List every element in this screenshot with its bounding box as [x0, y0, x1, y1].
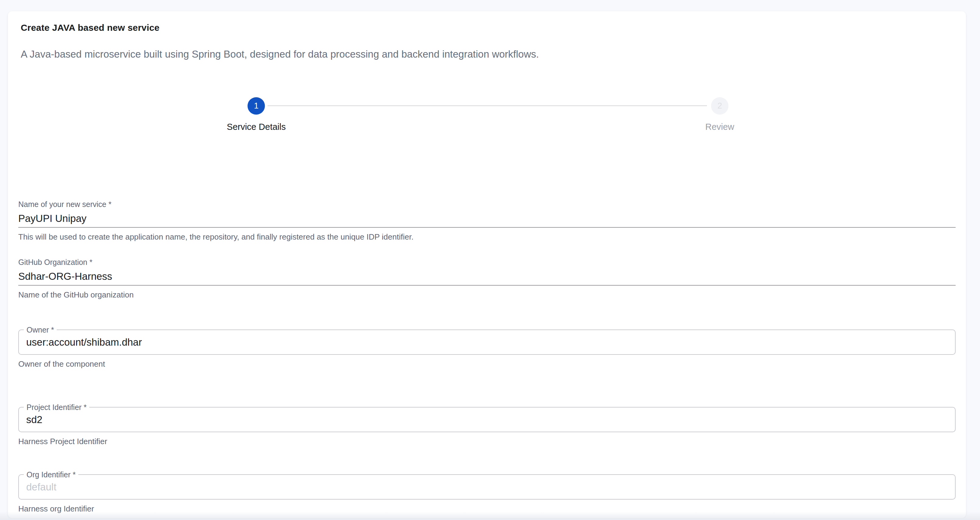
org-identifier-helper: Harness org Identifier — [18, 504, 956, 514]
service-create-card: Create JAVA based new service A Java-bas… — [8, 11, 966, 518]
step-2-circle: 2 — [711, 97, 729, 115]
step-1-label: Service Details — [227, 121, 286, 132]
stepper: 1 Service Details 2 Review — [18, 97, 956, 137]
field-org-identifier: Org Identifier * Harness org Identifier — [18, 474, 956, 514]
page-subtitle: A Java-based microservice built using Sp… — [21, 48, 956, 61]
org-identifier-input[interactable] — [26, 481, 948, 493]
project-identifier-input-outline: Project Identifier * — [18, 407, 956, 432]
step-1-circle: 1 — [248, 97, 265, 115]
service-name-input[interactable] — [18, 209, 956, 228]
field-owner: Owner * Owner of the component — [18, 330, 956, 369]
project-identifier-label: Project Identifier * — [24, 403, 89, 412]
github-organization-label: GitHub Organization * — [18, 258, 956, 267]
page-background: { "page": { "title": "Create JAVA based … — [0, 0, 980, 520]
org-identifier-input-outline: Org Identifier * — [18, 474, 956, 499]
field-github-organization: GitHub Organization * Name of the GitHub… — [18, 258, 956, 300]
field-project-identifier: Project Identifier * Harness Project Ide… — [18, 407, 956, 446]
owner-input-outline: Owner * — [18, 330, 956, 355]
org-identifier-label: Org Identifier * — [24, 470, 78, 479]
project-identifier-helper: Harness Project Identifier — [18, 437, 956, 446]
project-identifier-input[interactable] — [26, 414, 948, 426]
github-organization-input[interactable] — [18, 267, 956, 286]
owner-helper: Owner of the component — [18, 359, 956, 369]
stepper-step-service-details: 1 Service Details — [227, 97, 286, 132]
stepper-step-review: 2 Review — [705, 97, 734, 132]
service-name-helper: This will be used to create the applicat… — [18, 232, 956, 242]
owner-label: Owner * — [24, 325, 57, 334]
step-2-label: Review — [705, 121, 734, 132]
field-service-name: Name of your new service * This will be … — [18, 199, 956, 242]
stepper-connector-line — [267, 105, 707, 106]
github-organization-helper: Name of the GitHub organization — [18, 290, 956, 300]
owner-input[interactable] — [26, 337, 948, 348]
service-name-label: Name of your new service * — [18, 199, 956, 209]
page-title: Create JAVA based new service — [21, 22, 956, 33]
